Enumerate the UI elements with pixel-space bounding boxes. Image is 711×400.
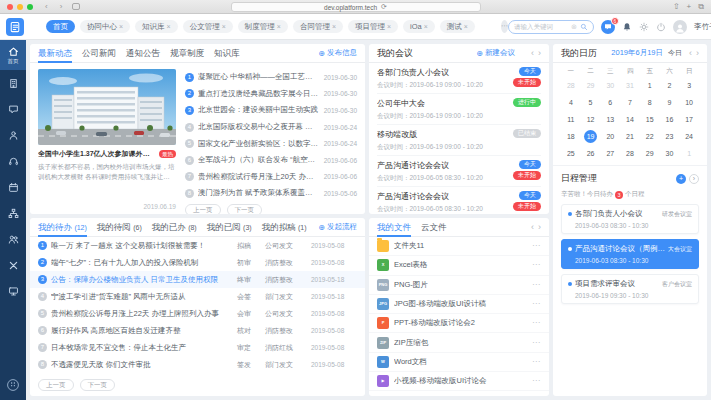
close-tab-icon[interactable]: × [277,23,281,30]
todo-title[interactable]: 公告：保障办公楼物业负责人 日常卫生及使用权限 [51,275,233,285]
document-row[interactable]: ▶ 小视频-移动端改版UI讨论会 ⋯ [369,372,549,391]
calendar-day[interactable]: 28 [561,78,581,93]
avatar[interactable] [673,20,687,34]
new-tab-icon[interactable]: + [687,3,692,11]
calendar-day[interactable]: 30 [600,78,620,93]
document-name[interactable]: 小视频-移动端改版UI讨论会 [394,376,527,386]
document-name[interactable]: ZIP压缩包 [394,338,527,348]
add-schedule-button[interactable]: + [676,174,686,184]
news-list-item[interactable]: 2 重点打造汉唐经典藏品数字展今日亮相中华世纪坛 2019-06-30 [185,86,357,103]
calendar-next-icon[interactable]: › [696,49,699,58]
sidebar-item-workflow[interactable] [0,200,26,226]
meeting-item[interactable]: 各部门负责人小会议 会议时间：2019-06-19 09:00 - 10:20 … [377,63,541,94]
news-item-title[interactable]: 全军战斗力（六）联合发布 “航空中国设计…… [198,155,320,165]
calendar-day[interactable]: 25 [561,146,581,161]
todo-title[interactable]: 履行好作风 高原地区百姓自发迁建齐整 [51,326,233,336]
news-item-title[interactable]: 凝聚匠心 中华精神——全国工艺美术大师作品展… [198,72,320,82]
calendar-day[interactable]: 22 [640,129,660,144]
close-tab-icon[interactable]: × [119,23,123,30]
news-item-title[interactable]: 澳门游列为首 赋予政策体系覆盖完整 [198,188,320,198]
nav-tab[interactable]: 测试 × [440,20,475,33]
news-list-item[interactable]: 5 国家文化产业创新实验区：以数字技术驱动产业发展 2019-06-24 [185,135,357,152]
todo-row[interactable]: 2 端午“七夕”：已有十九人加入的投入保险机制 初审 消防整改 2019-05-… [30,254,365,271]
news-tab[interactable]: 最新动态 [38,44,72,63]
todo-row[interactable]: 5 贵州检察院公诉每月涨上22天 办理上牌照列入办事 会审 公司发文 2019-… [30,305,365,322]
nav-tab[interactable]: 首页 [46,20,75,33]
calendar-day[interactable]: 27 [600,146,620,161]
close-tab-icon[interactable]: × [424,23,428,30]
calendar-day[interactable]: 11 [561,112,581,127]
calendar-day[interactable]: 29 [581,78,601,93]
calendar-day[interactable]: 9 [660,95,680,110]
todo-title[interactable]: 贵州检察院公诉每月涨上22天 办理上牌照列入办事 [51,309,233,319]
notifications-button[interactable] [622,22,632,32]
news-list-item[interactable]: 4 北京国际版权交易中心之夜开幕 聚焦“一带一路” 2019-06-24 [185,119,357,136]
calendar-day[interactable]: 7 [620,95,640,110]
next-page-button[interactable]: 下一页 [80,379,116,391]
close-window-button[interactable] [7,4,13,10]
settings-button[interactable] [639,22,649,32]
schedule-card[interactable]: 项目需求评审会议 客户会议室 2019-06-19 09:30 - 10:30 [561,274,699,304]
news-tab[interactable]: 知识库 [214,44,240,63]
clear-search-icon[interactable]: ⊗ [571,23,577,30]
sidebar-item-messages[interactable] [0,96,26,122]
close-tab-icon[interactable]: × [464,23,468,30]
todo-title[interactable]: 不透露便见天敌 你们文件审批 [51,360,233,370]
document-name[interactable]: PNG-图片 [394,280,527,290]
calendar-day[interactable]: 30 [660,146,680,161]
calendar-day[interactable]: 2 [660,78,680,93]
logout-button[interactable] [656,22,666,32]
calendar-day[interactable]: 5 [581,95,601,110]
sidebar-item-calendar[interactable] [0,174,26,200]
todo-row[interactable]: 8 不透露便见天敌 你们文件审批 签发 部门发文 2019-05-08 [30,356,365,373]
news-tab[interactable]: 通知公告 [126,44,160,63]
schedule-card[interactable]: 各部门负责人小会议 研发会议室 2019-06-03 08:30 - 10:30 [561,204,699,234]
browser-back-button[interactable]: ‹ [45,3,48,11]
todo-title[interactable]: 宁波工学引进“货车难题” 风雨中无所适从 [51,292,233,302]
featured-news-title[interactable]: 全国中小学生1.37亿人次参加课外培训 [38,149,156,159]
sidebar-item-monitor[interactable] [0,278,26,304]
calendar-day[interactable]: 1 [640,78,660,93]
todo-title[interactable]: 唯一万 来了一趟京 这个交易额计划很被需要！ [51,241,233,251]
nav-overflow-button[interactable]: ⋯ [501,20,508,33]
schedule-item-title[interactable]: 各部门负责人小会议 [575,209,659,219]
calendar-day[interactable]: 26 [581,146,601,161]
news-item-title[interactable]: 贵州检察院试行每月涨上20天 办理上牌照几成态势 [198,172,320,182]
nav-tab[interactable]: 合同管理 × [293,20,343,33]
todo-title[interactable]: 日本牧场常见不宜交售：停止本土化生产 [51,343,233,353]
schedule-item-title[interactable]: 项目需求评审会议 [575,279,659,289]
calendar-day[interactable]: 21 [620,129,640,144]
sidebar-item-organization[interactable] [0,70,26,96]
prev-page-button[interactable]: 上一页 [185,204,221,214]
documents-prev-icon[interactable]: ‹ [531,223,534,232]
news-list-item[interactable]: 6 全军战斗力（六）联合发布 “航空中国设计…… 2019-06-06 [185,152,357,169]
tab-overview-icon[interactable]: ⧉ [698,3,704,11]
news-tab[interactable]: 公司新闻 [82,44,116,63]
meeting-title[interactable]: 产品沟通讨论会会议 [377,160,483,171]
start-workflow-link[interactable]: ⊕ 发起流程 [318,222,357,232]
close-tab-icon[interactable]: × [387,23,391,30]
apps-launcher-button[interactable] [6,378,20,392]
calendar-day[interactable]: 8 [640,95,660,110]
more-options-icon[interactable]: ⋯ [532,242,541,250]
meeting-title[interactable]: 公司年中大会 [377,98,483,109]
nav-tab[interactable]: 项目管理 × [348,20,398,33]
calendar-day[interactable]: 18 [561,129,581,144]
calendar-day[interactable]: 16 [660,112,680,127]
document-name[interactable]: PPT-移动端改版讨论会2 [394,318,527,328]
news-item-title[interactable]: 重点打造汉唐经典藏品数字展今日亮相中华世纪坛 [198,89,320,99]
document-name[interactable]: JPG图-移动端改版UI设计稿 [394,299,527,309]
today-button[interactable]: 今日 [668,48,682,58]
global-search[interactable]: ⊗ [508,20,594,34]
news-list-item[interactable]: 7 贵州检察院试行每月涨上20天 办理上牌照几成态势 2019-06-06 [185,169,357,186]
calendar-day[interactable]: 6 [600,95,620,110]
sidebar-item-personnel[interactable] [0,122,26,148]
publish-info-link[interactable]: ⊕ 发布信息 [318,48,357,58]
todo-row[interactable]: 7 日本牧场常见不宜交售：停止本土化生产 审定 消防红线 2019-05-08 [30,339,365,356]
calendar-day[interactable]: 31 [620,78,640,93]
meeting-item[interactable]: 产品沟通讨论会会议 会议时间：2019-06-05 08:30 - 10:20 … [377,156,541,187]
calendar-day[interactable]: 15 [640,112,660,127]
nav-tab[interactable]: 协同中心 × [80,20,130,33]
featured-news-card[interactable]: 全国中小学生1.37亿人次参加课外培训 最热 孩子家长都不容易，国内校外培训市场… [38,69,176,210]
calendar-day[interactable]: 23 [660,129,680,144]
